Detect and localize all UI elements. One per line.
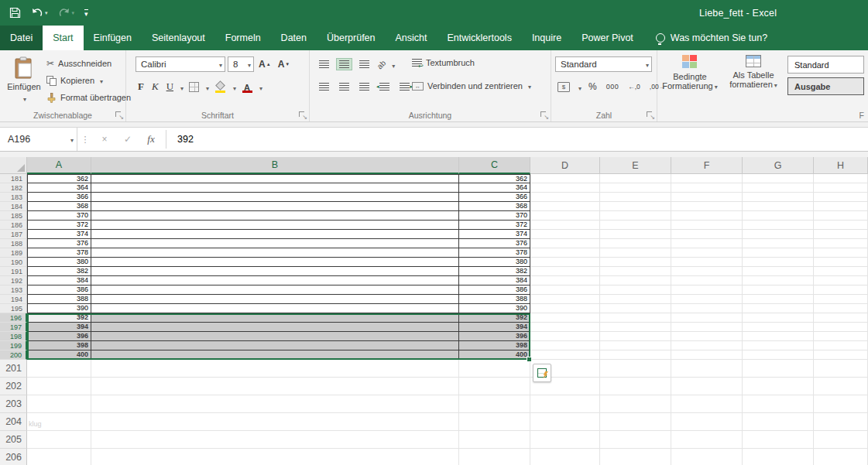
cell-F197[interactable]: [671, 323, 743, 332]
font-color-button[interactable]: A: [239, 80, 255, 94]
cell-G199[interactable]: [743, 341, 814, 350]
cell-E185[interactable]: [600, 211, 671, 221]
row-header-192[interactable]: 192: [0, 276, 27, 285]
underline-dropdown-icon[interactable]: [179, 81, 184, 93]
ribbon-tab-seitenlayout[interactable]: Seitenlayout: [142, 26, 215, 50]
cell-B203[interactable]: [91, 395, 459, 413]
cell-C201[interactable]: [459, 360, 530, 378]
cell-C202[interactable]: [459, 378, 530, 395]
cell-B184[interactable]: [91, 202, 459, 211]
cell-A182[interactable]: 364: [27, 183, 91, 193]
row-header-193[interactable]: 193: [0, 285, 27, 295]
row-header-203[interactable]: 203: [0, 395, 27, 413]
cell-D187[interactable]: [530, 230, 600, 239]
clipboard-dialog-launcher[interactable]: [115, 111, 123, 119]
percent-style-button[interactable]: %: [586, 80, 599, 93]
align-top-button[interactable]: [316, 58, 332, 70]
cell-E184[interactable]: [600, 202, 671, 211]
cell-D190[interactable]: [530, 258, 600, 267]
align-middle-button[interactable]: [336, 58, 352, 70]
cell-A193[interactable]: 386: [27, 285, 91, 295]
italic-button[interactable]: K: [149, 80, 161, 94]
cell-G182[interactable]: [743, 183, 814, 193]
cell-B192[interactable]: [91, 276, 459, 285]
accounting-format-dropdown-icon[interactable]: [577, 80, 582, 94]
cell-A197[interactable]: 394: [27, 323, 91, 332]
cell-B205[interactable]: [91, 431, 459, 449]
decrease-indent-button[interactable]: [376, 80, 393, 93]
cell-H185[interactable]: [814, 211, 868, 221]
cell-C185[interactable]: 370: [459, 211, 530, 221]
cell-B206[interactable]: [91, 449, 459, 465]
cell-A198[interactable]: 396: [27, 332, 91, 341]
fill-color-dropdown-icon[interactable]: [232, 81, 236, 93]
cell-G184[interactable]: [743, 202, 814, 211]
cell-G186[interactable]: [743, 221, 814, 230]
cell-G200[interactable]: [743, 350, 814, 360]
cell-C200[interactable]: 400: [459, 350, 530, 360]
cell-H187[interactable]: [814, 230, 868, 239]
cell-D182[interactable]: [530, 183, 600, 193]
cell-A188[interactable]: 376: [27, 239, 91, 248]
quick-analysis-button[interactable]: [533, 364, 551, 382]
cell-C205[interactable]: [459, 431, 530, 449]
cell-C206[interactable]: [459, 449, 530, 465]
cell-D191[interactable]: [530, 267, 600, 276]
cell-A205[interactable]: [27, 431, 91, 449]
cell-H200[interactable]: [814, 350, 868, 360]
cell-D183[interactable]: [530, 193, 600, 202]
cell-D198[interactable]: [530, 332, 600, 341]
cell-C192[interactable]: 384: [459, 276, 530, 285]
cell-G188[interactable]: [743, 239, 814, 248]
cell-E192[interactable]: [600, 276, 671, 285]
cell-D206[interactable]: [530, 449, 600, 465]
cell-B198[interactable]: [91, 332, 459, 341]
cell-G185[interactable]: [743, 211, 814, 221]
row-header-190[interactable]: 190: [0, 258, 27, 267]
cell-C204[interactable]: [459, 413, 530, 431]
cell-D192[interactable]: [530, 276, 600, 285]
save-button[interactable]: [9, 7, 21, 19]
cell-D194[interactable]: [530, 295, 600, 304]
cell-H201[interactable]: [814, 360, 868, 378]
font-name-select[interactable]: Calibri: [136, 56, 225, 72]
cell-H184[interactable]: [814, 202, 868, 211]
cell-F204[interactable]: [671, 413, 743, 431]
cell-E191[interactable]: [600, 267, 671, 276]
row-header-206[interactable]: 206: [0, 449, 27, 465]
cell-B189[interactable]: [91, 248, 459, 258]
cell-A192[interactable]: 384: [27, 276, 91, 285]
row-header-197[interactable]: 197: [0, 323, 27, 332]
cell-G192[interactable]: [743, 276, 814, 285]
cell-D200[interactable]: [530, 350, 600, 360]
cell-G181[interactable]: [743, 174, 814, 183]
bold-button[interactable]: F: [136, 80, 146, 94]
cell-B191[interactable]: [91, 267, 459, 276]
cell-H182[interactable]: [814, 183, 868, 193]
ribbon-tab-einfuegen[interactable]: Einfügen: [84, 26, 142, 50]
wrap-text-button[interactable]: Textumbruch: [412, 58, 475, 67]
cell-C203[interactable]: [459, 395, 530, 413]
cell-E187[interactable]: [600, 230, 671, 239]
cell-H196[interactable]: [814, 313, 868, 323]
cell-F182[interactable]: [671, 183, 743, 193]
align-left-button[interactable]: [316, 80, 332, 93]
orientation-button[interactable]: ab: [376, 58, 388, 70]
cell-C194[interactable]: 388: [459, 295, 530, 304]
enter-button[interactable]: ✓: [116, 128, 139, 151]
cell-G194[interactable]: [743, 295, 814, 304]
cell-A196[interactable]: 392: [27, 313, 91, 323]
row-header-199[interactable]: 199: [0, 341, 27, 350]
cell-H206[interactable]: [814, 449, 868, 465]
cell-A181[interactable]: 362: [27, 174, 91, 183]
cell-B190[interactable]: [91, 258, 459, 267]
formula-input[interactable]: 392: [170, 128, 868, 151]
cut-button[interactable]: Ausschneiden: [46, 56, 131, 70]
row-header-195[interactable]: 195: [0, 304, 27, 313]
ribbon-tab-ueberpruefen[interactable]: Überprüfen: [317, 26, 386, 50]
cell-H198[interactable]: [814, 332, 868, 341]
cell-G196[interactable]: [743, 313, 814, 323]
cell-H203[interactable]: [814, 395, 868, 413]
ribbon-tab-daten[interactable]: Daten: [271, 26, 317, 50]
cell-D204[interactable]: [530, 413, 600, 431]
